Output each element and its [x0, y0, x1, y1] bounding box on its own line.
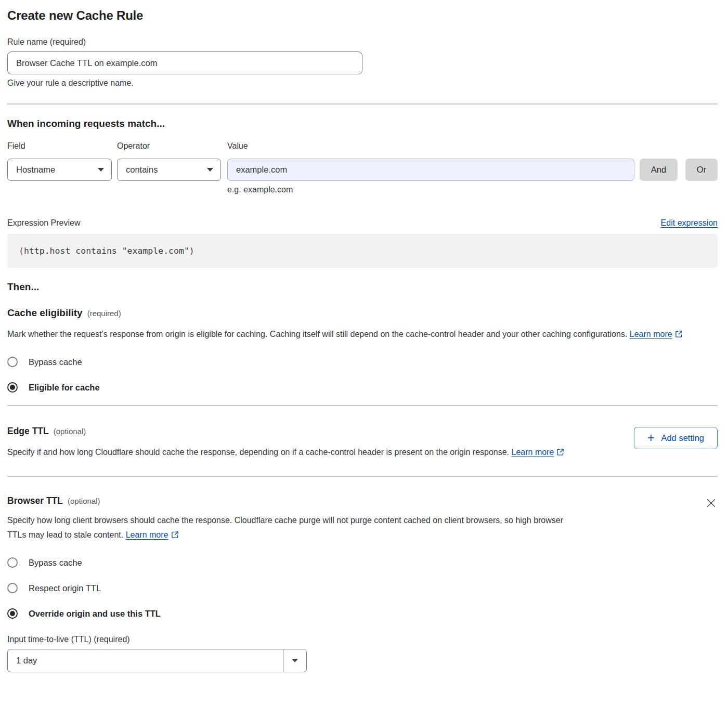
radio-icon — [7, 608, 18, 619]
expression-preview-header: Expression Preview Edit expression — [7, 218, 718, 228]
then-heading: Then... — [7, 281, 718, 293]
browser-ttl-learn-more-link[interactable]: Learn more — [126, 530, 168, 539]
value-hint: e.g. example.com — [227, 185, 718, 194]
ttl-input-label: Input time-to-live (TTL) (required) — [7, 635, 718, 644]
field-column-label: Field — [7, 141, 117, 151]
edge-ttl-description: Specify if and how long Cloudflare shoul… — [7, 445, 564, 460]
cache-eligibility-description-text: Mark whether the request’s response from… — [7, 330, 627, 338]
add-setting-label: Add setting — [661, 433, 704, 443]
add-setting-button[interactable]: + Add setting — [634, 427, 718, 449]
ttl-select[interactable]: 1 day — [7, 649, 307, 672]
or-button[interactable]: Or — [685, 159, 718, 181]
divider — [7, 103, 718, 105]
cache-eligibility-requirement: (required) — [87, 309, 121, 318]
edit-expression-link[interactable]: Edit expression — [661, 218, 718, 228]
close-icon — [706, 498, 717, 509]
expression-preview-label: Expression Preview — [7, 218, 81, 228]
radio-icon — [7, 583, 18, 593]
radio-icon — [7, 557, 18, 568]
divider — [7, 405, 718, 406]
cache-eligibility-title: Cache eligibility — [7, 307, 83, 319]
radio-option-label: Bypass cache — [29, 357, 82, 367]
edge-ttl-section: Edge TTL (optional) Specify if and how l… — [7, 426, 718, 460]
cache-eligibility-learn-more-link[interactable]: Learn more — [630, 330, 672, 338]
cache-eligibility-header: Cache eligibility (required) — [7, 307, 718, 319]
value-input[interactable] — [227, 159, 634, 181]
remove-browser-ttl-button[interactable] — [705, 497, 718, 511]
match-column-labels: Field Operator Value — [7, 141, 718, 151]
browser-ttl-description: Specify how long client browsers should … — [7, 513, 569, 542]
browser-ttl-title: Browser TTL — [7, 496, 63, 506]
radio-icon — [7, 357, 18, 367]
create-cache-rule-form: Create new Cache Rule Rule name (require… — [0, 0, 728, 682]
edge-ttl-header: Edge TTL (optional) — [7, 426, 564, 437]
radio-option-bypass-cache[interactable]: Bypass cache — [7, 357, 82, 367]
radio-option-browser-bypass-cache[interactable]: Bypass cache — [7, 557, 82, 568]
browser-ttl-requirement: (optional) — [68, 497, 100, 505]
browser-ttl-section: Browser TTL (optional) Specify how long … — [7, 496, 718, 542]
rule-name-label: Rule name (required) — [7, 37, 718, 47]
external-link-icon — [171, 531, 179, 539]
operator-select[interactable]: contains — [117, 159, 221, 181]
rule-name-help: Give your rule a descriptive name. — [7, 79, 718, 88]
radio-option-label: Bypass cache — [29, 558, 82, 568]
plus-icon: + — [647, 432, 654, 444]
rule-name-input[interactable] — [7, 51, 362, 74]
browser-ttl-description-text: Specify how long client browsers should … — [7, 516, 563, 539]
external-link-icon — [556, 448, 564, 456]
ttl-select-arrow-button[interactable] — [283, 649, 306, 672]
expression-code: (http.host contains "example.com") — [7, 234, 718, 268]
radio-option-label: Override origin and use this TTL — [29, 609, 161, 619]
match-section-heading: When incoming requests match... — [7, 118, 718, 129]
page-title: Create new Cache Rule — [7, 8, 718, 23]
edge-ttl-requirement: (optional) — [54, 427, 86, 436]
edge-ttl-learn-more-link[interactable]: Learn more — [512, 448, 554, 457]
browser-ttl-header: Browser TTL (optional) — [7, 496, 569, 506]
value-column-label: Value — [227, 141, 248, 151]
field-select-value: Hostname — [16, 165, 55, 175]
chevron-down-icon — [207, 168, 213, 172]
match-condition-row: Hostname contains And Or — [7, 159, 718, 181]
and-button[interactable]: And — [640, 159, 678, 181]
ttl-select-value: 1 day — [8, 649, 283, 672]
radio-option-label: Eligible for cache — [29, 383, 100, 393]
radio-option-eligible-for-cache[interactable]: Eligible for cache — [7, 382, 100, 393]
chevron-down-icon — [98, 168, 104, 172]
operator-column-label: Operator — [117, 141, 227, 151]
edge-ttl-title: Edge TTL — [7, 426, 49, 437]
divider — [7, 476, 718, 477]
external-link-icon — [675, 330, 683, 338]
chevron-down-icon — [292, 659, 298, 662]
radio-icon — [7, 382, 18, 393]
operator-select-value: contains — [126, 165, 158, 175]
radio-option-respect-origin-ttl[interactable]: Respect origin TTL — [7, 583, 101, 593]
edge-ttl-description-text: Specify if and how long Cloudflare shoul… — [7, 448, 509, 457]
radio-option-override-origin-ttl[interactable]: Override origin and use this TTL — [7, 608, 161, 619]
cache-eligibility-description: Mark whether the request’s response from… — [7, 327, 707, 342]
field-select[interactable]: Hostname — [7, 159, 112, 181]
radio-option-label: Respect origin TTL — [29, 583, 101, 593]
